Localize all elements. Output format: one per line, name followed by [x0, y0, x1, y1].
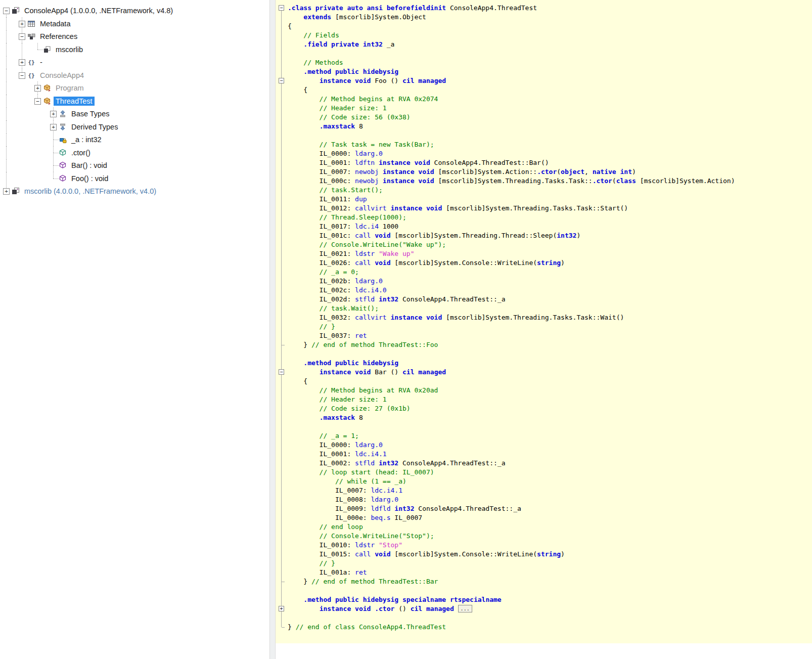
- code-line: // loop start (head: IL_0007): [288, 468, 812, 477]
- tree-item-references[interactable]: −References: [0, 30, 269, 43]
- expand-toggle-icon[interactable]: +: [50, 124, 57, 130]
- code-token: // Thread.Sleep(1000);: [288, 213, 407, 221]
- code-line: .maxstack 8: [288, 122, 812, 131]
- fold-scope-line: [281, 8, 282, 627]
- code-token: [mscorlib]System.Console::WriteLine(: [391, 259, 537, 267]
- expand-toggle-icon[interactable]: +: [3, 188, 10, 195]
- horizontal-scrollbar[interactable]: [276, 643, 812, 659]
- tree-item-threadtest[interactable]: −ThreadTest: [0, 95, 269, 108]
- code-line: IL_0015: call void [mscorlib]System.Cons…: [288, 550, 812, 559]
- code-line: // Header size: 1: [288, 104, 812, 113]
- code-token: instance: [320, 605, 351, 612]
- code-line: // Header size: 1: [288, 395, 812, 404]
- fold-expand-icon[interactable]: +: [279, 606, 284, 611]
- code-token: call: [355, 550, 371, 558]
- code-token: ldstr: [355, 541, 375, 549]
- code-token: ,: [584, 168, 593, 175]
- code-token: [359, 359, 363, 367]
- code-token: IL_0010:: [288, 541, 355, 549]
- code-token: int32: [363, 40, 383, 48]
- svg-text:{}: {}: [28, 59, 34, 66]
- code-line: [288, 422, 812, 431]
- tree-item-program[interactable]: +Program: [0, 81, 269, 95]
- tree-item-label: References: [38, 32, 79, 41]
- code-token: void: [418, 177, 434, 185]
- namespace-icon: {}: [27, 71, 36, 79]
- expand-toggle-icon[interactable]: +: [50, 111, 57, 117]
- tree-item-label: Bar() : void: [69, 161, 109, 170]
- code-token: ConsoleApp4.ThreadTest::_a: [398, 459, 505, 467]
- code-token: [331, 596, 335, 603]
- code-token: .class private auto ansi beforefieldinit: [288, 4, 446, 12]
- code-token: cil: [402, 77, 414, 84]
- tree-item-ctor[interactable]: .ctor(): [0, 146, 269, 159]
- tree-item-item[interactable]: +{}-: [0, 56, 269, 69]
- tree-item-label: ThreadTest: [54, 97, 95, 106]
- code-line: // _a = 0;: [288, 268, 812, 277]
- code-line: IL_0037: ret: [288, 331, 812, 340]
- code-line: IL_0002: stfld int32 ConsoleApp4.ThreadT…: [288, 459, 812, 468]
- tree-item-derived-types[interactable]: +Derived Types: [0, 120, 269, 134]
- tree-item-consoleapp4-1-0-0-0-netframework-v4-8[interactable]: −ConsoleApp4 (1.0.0.0, .NETFramework, v4…: [0, 4, 269, 17]
- code-line: instance void Foo () cil managed: [288, 76, 812, 85]
- collapse-toggle-icon[interactable]: −: [3, 8, 10, 14]
- tree-guide-line: [6, 17, 7, 30]
- collapsed-body-ellipsis[interactable]: ...: [458, 605, 472, 612]
- code-token: ): [561, 550, 565, 558]
- code-token: native int: [593, 168, 632, 175]
- code-token: {: [288, 377, 307, 385]
- tree-item-label: ConsoleApp4: [38, 71, 86, 80]
- code-token: ): [576, 232, 580, 239]
- expand-toggle-icon[interactable]: +: [19, 21, 25, 27]
- code-token: ldarg.0: [371, 496, 398, 503]
- tree-item-a-int32[interactable]: _a : int32: [0, 133, 269, 146]
- expand-toggle-icon[interactable]: +: [19, 59, 25, 66]
- fold-collapse-icon[interactable]: −: [279, 5, 284, 11]
- collapse-toggle-icon[interactable]: −: [19, 72, 25, 79]
- code-token: [375, 295, 379, 303]
- code-token: [mscorlib]System.Object: [331, 13, 426, 21]
- fold-collapse-icon[interactable]: −: [279, 78, 284, 83]
- code-token: [422, 314, 426, 321]
- code-line: // Thread.Sleep(1000);: [288, 213, 812, 222]
- pane-splitter[interactable]: [270, 0, 276, 659]
- code-line: IL_0000: ldarg.0: [288, 149, 812, 158]
- collapse-toggle-icon[interactable]: −: [19, 33, 25, 40]
- base-types-icon: [59, 110, 67, 118]
- code-line: IL_0001: ldc.i4.1: [288, 450, 812, 459]
- code-line: // end loop: [288, 522, 812, 532]
- code-token: // Methods: [288, 59, 343, 66]
- code-token: IL_0007:: [288, 168, 355, 175]
- tree-item-foo-void[interactable]: Foo() : void: [0, 172, 269, 185]
- code-token: rtspecialname: [450, 596, 502, 603]
- code-token: .ctor: [593, 177, 612, 185]
- code-line: IL_0026: call void [mscorlib]System.Cons…: [288, 258, 812, 268]
- code-token: void: [375, 550, 390, 558]
- code-line: // Console.WriteLine("Stop");: [288, 532, 812, 541]
- collapse-toggle-icon[interactable]: −: [34, 98, 41, 105]
- tree-guide-line: [53, 133, 54, 140]
- tree-item-bar-void[interactable]: Bar() : void: [0, 159, 269, 172]
- code-token: callvirt: [355, 204, 387, 212]
- code-token: instance: [320, 77, 351, 84]
- tree-item-consoleapp4[interactable]: −{}ConsoleApp4: [0, 69, 269, 82]
- code-line: // Methods: [288, 58, 812, 67]
- code-line: {: [288, 85, 812, 95]
- code-token: // Console.WriteLine("Stop");: [288, 532, 434, 540]
- class-icon: [43, 84, 52, 92]
- expand-toggle-icon[interactable]: +: [34, 85, 41, 92]
- code-token: // Console.WriteLine("Wake up");: [288, 241, 446, 248]
- tree-item-mscorlib-4-0-0-0-netframework-v4-0[interactable]: +mscorlib (4.0.0.0, .NETFramework, v4.0): [0, 185, 269, 198]
- code-line: IL_0007: newobj instance void [mscorlib]…: [288, 167, 812, 177]
- tree-item-base-types[interactable]: +Base Types: [0, 107, 269, 120]
- code-token: public: [335, 359, 359, 367]
- code-line: // Task task = new Task(Bar);: [288, 140, 812, 149]
- code-line: [288, 613, 812, 623]
- code-token: public: [335, 596, 359, 603]
- code-token: (: [612, 177, 616, 185]
- code-token: IL_002c:: [288, 286, 355, 294]
- tree-guide-line: [53, 159, 54, 165]
- fold-collapse-icon[interactable]: −: [279, 369, 284, 375]
- code-token: IL_0011:: [288, 195, 355, 203]
- tree-item-metadata[interactable]: +Metadata: [0, 17, 269, 30]
